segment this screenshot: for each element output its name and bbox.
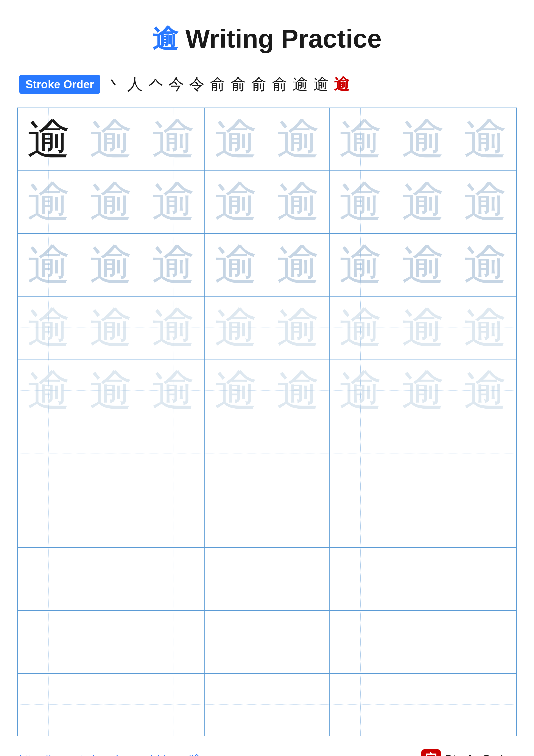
grid-cell-6-1[interactable] bbox=[18, 422, 80, 485]
grid-cell-9-8[interactable] bbox=[454, 611, 516, 673]
grid-cell-8-1[interactable] bbox=[18, 548, 80, 610]
grid-cell-5-2[interactable]: 逾 bbox=[80, 360, 142, 422]
grid-cell-5-6[interactable]: 逾 bbox=[330, 360, 392, 422]
grid-row-9 bbox=[18, 611, 516, 674]
grid-cell-9-6[interactable] bbox=[330, 611, 392, 673]
grid-cell-8-2[interactable] bbox=[80, 548, 142, 610]
grid-cell-10-5[interactable] bbox=[267, 674, 330, 736]
grid-cell-1-3[interactable]: 逾 bbox=[142, 108, 205, 171]
char-guide: 逾 bbox=[277, 306, 320, 349]
grid-cell-2-6[interactable]: 逾 bbox=[330, 171, 392, 233]
stroke-5: 令 bbox=[189, 74, 205, 94]
stroke-11: 逾 bbox=[313, 74, 329, 94]
grid-cell-8-4[interactable] bbox=[205, 548, 267, 610]
grid-cell-10-1[interactable] bbox=[18, 674, 80, 736]
grid-cell-7-4[interactable] bbox=[205, 485, 267, 548]
grid-cell-4-8[interactable]: 逾 bbox=[454, 297, 516, 359]
grid-cell-4-4[interactable]: 逾 bbox=[205, 297, 267, 359]
grid-cell-10-4[interactable] bbox=[205, 674, 267, 736]
grid-cell-6-5[interactable] bbox=[267, 422, 330, 485]
grid-cell-6-8[interactable] bbox=[454, 422, 516, 485]
grid-cell-2-7[interactable]: 逾 bbox=[392, 171, 454, 233]
grid-cell-10-3[interactable] bbox=[142, 674, 205, 736]
grid-cell-3-6[interactable]: 逾 bbox=[330, 233, 392, 296]
grid-cell-10-6[interactable] bbox=[330, 674, 392, 736]
grid-cell-9-1[interactable] bbox=[18, 611, 80, 673]
grid-cell-4-3[interactable]: 逾 bbox=[142, 297, 205, 359]
grid-cell-8-7[interactable] bbox=[392, 548, 454, 610]
grid-cell-2-2[interactable]: 逾 bbox=[80, 171, 142, 233]
grid-cell-5-3[interactable]: 逾 bbox=[142, 360, 205, 422]
grid-cell-2-5[interactable]: 逾 bbox=[267, 171, 330, 233]
grid-cell-1-4[interactable]: 逾 bbox=[205, 108, 267, 171]
grid-cell-6-4[interactable] bbox=[205, 422, 267, 485]
char-guide: 逾 bbox=[89, 306, 133, 349]
grid-cell-3-8[interactable]: 逾 bbox=[454, 233, 516, 296]
grid-cell-7-8[interactable] bbox=[454, 485, 516, 548]
grid-cell-5-5[interactable]: 逾 bbox=[267, 360, 330, 422]
grid-row-2: 逾 逾 逾 逾 逾 逾 逾 逾 bbox=[18, 171, 516, 234]
grid-cell-7-5[interactable] bbox=[267, 485, 330, 548]
grid-cell-3-1[interactable]: 逾 bbox=[18, 233, 80, 296]
grid-cell-7-7[interactable] bbox=[392, 485, 454, 548]
grid-cell-5-7[interactable]: 逾 bbox=[392, 360, 454, 422]
grid-cell-3-3[interactable]: 逾 bbox=[142, 233, 205, 296]
grid-cell-2-1[interactable]: 逾 bbox=[18, 171, 80, 233]
grid-cell-2-4[interactable]: 逾 bbox=[205, 171, 267, 233]
grid-cell-9-7[interactable] bbox=[392, 611, 454, 673]
grid-cell-3-5[interactable]: 逾 bbox=[267, 233, 330, 296]
title-suffix: Writing Practice bbox=[178, 24, 382, 53]
stroke-1: 丶 bbox=[106, 74, 122, 94]
char-guide: 逾 bbox=[152, 306, 195, 349]
grid-cell-10-8[interactable] bbox=[454, 674, 516, 736]
char-guide: 逾 bbox=[89, 243, 133, 286]
footer-url[interactable]: https://www.strokeorder.com/chinese/逾 bbox=[19, 752, 201, 756]
grid-cell-8-5[interactable] bbox=[267, 548, 330, 610]
grid-cell-4-6[interactable]: 逾 bbox=[330, 297, 392, 359]
grid-cell-5-1[interactable]: 逾 bbox=[18, 360, 80, 422]
grid-cell-1-8[interactable]: 逾 bbox=[454, 108, 516, 171]
grid-cell-7-1[interactable] bbox=[18, 485, 80, 548]
grid-cell-6-2[interactable] bbox=[80, 422, 142, 485]
stroke-9: 俞 bbox=[272, 74, 287, 94]
grid-cell-9-2[interactable] bbox=[80, 611, 142, 673]
grid-cell-4-7[interactable]: 逾 bbox=[392, 297, 454, 359]
grid-cell-9-3[interactable] bbox=[142, 611, 205, 673]
grid-cell-6-3[interactable] bbox=[142, 422, 205, 485]
char-guide: 逾 bbox=[277, 369, 320, 412]
grid-cell-8-6[interactable] bbox=[330, 548, 392, 610]
grid-cell-7-2[interactable] bbox=[80, 485, 142, 548]
grid-row-6 bbox=[18, 422, 516, 485]
grid-cell-5-8[interactable]: 逾 bbox=[454, 360, 516, 422]
stroke-2: 人 bbox=[127, 74, 142, 94]
grid-cell-1-6[interactable]: 逾 bbox=[330, 108, 392, 171]
grid-cell-3-2[interactable]: 逾 bbox=[80, 233, 142, 296]
grid-cell-7-3[interactable] bbox=[142, 485, 205, 548]
grid-cell-2-8[interactable]: 逾 bbox=[454, 171, 516, 233]
grid-cell-8-3[interactable] bbox=[142, 548, 205, 610]
grid-cell-1-2[interactable]: 逾 bbox=[80, 108, 142, 171]
grid-cell-3-7[interactable]: 逾 bbox=[392, 233, 454, 296]
char-guide: 逾 bbox=[27, 369, 70, 412]
grid-cell-3-4[interactable]: 逾 bbox=[205, 233, 267, 296]
grid-cell-10-7[interactable] bbox=[392, 674, 454, 736]
char-guide: 逾 bbox=[27, 243, 70, 286]
grid-cell-5-4[interactable]: 逾 bbox=[205, 360, 267, 422]
grid-cell-4-5[interactable]: 逾 bbox=[267, 297, 330, 359]
grid-cell-1-5[interactable]: 逾 bbox=[267, 108, 330, 171]
grid-cell-6-7[interactable] bbox=[392, 422, 454, 485]
grid-cell-8-8[interactable] bbox=[454, 548, 516, 610]
grid-cell-9-5[interactable] bbox=[267, 611, 330, 673]
grid-cell-4-1[interactable]: 逾 bbox=[18, 297, 80, 359]
grid-cell-4-2[interactable]: 逾 bbox=[80, 297, 142, 359]
grid-cell-1-1[interactable]: 逾 bbox=[18, 108, 80, 171]
grid-cell-9-4[interactable] bbox=[205, 611, 267, 673]
stroke-8: 俞 bbox=[251, 74, 267, 94]
char-guide: 逾 bbox=[152, 180, 195, 224]
grid-cell-1-7[interactable]: 逾 bbox=[392, 108, 454, 171]
grid-cell-7-6[interactable] bbox=[330, 485, 392, 548]
grid-cell-6-6[interactable] bbox=[330, 422, 392, 485]
grid-cell-10-2[interactable] bbox=[80, 674, 142, 736]
grid-cell-2-3[interactable]: 逾 bbox=[142, 171, 205, 233]
char-guide: 逾 bbox=[277, 118, 320, 161]
